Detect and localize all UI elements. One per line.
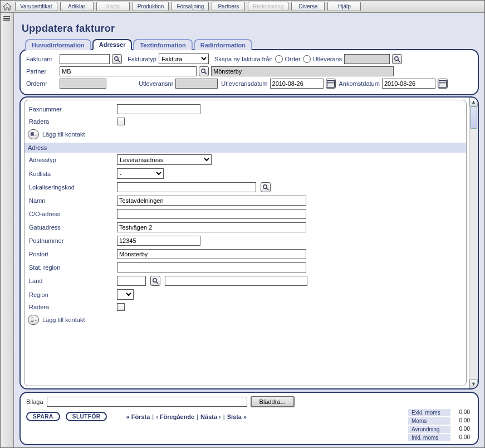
utleveransdatum-calendar-icon[interactable] [326, 79, 336, 89]
postort-input[interactable] [117, 249, 306, 259]
co-input[interactable] [117, 209, 306, 219]
finish-button[interactable]: SLUTFÖR [66, 412, 107, 421]
ordernr-input [60, 79, 106, 89]
svg-line-1 [118, 60, 120, 62]
stat-input[interactable] [117, 262, 306, 272]
land-name-input[interactable] [165, 276, 307, 286]
vertical-scrollbar[interactable]: ▲ ▼ [469, 98, 478, 388]
land-lookup-icon[interactable] [150, 276, 160, 286]
body-panel: Faxnummer Radera ≣₊ Lägg till kontakt Ad… [19, 96, 479, 389]
utleveransdatum-input[interactable] [270, 79, 324, 89]
order-label: Order [285, 56, 301, 62]
postnr-input[interactable] [117, 236, 200, 246]
fakturanr-label: Fakturanr [26, 56, 57, 62]
radera-checkbox-1[interactable] [117, 118, 125, 125]
fakturanr-lookup-icon[interactable] [112, 54, 122, 64]
adress-section-header: Adress [25, 143, 466, 153]
menu-diverse[interactable]: Diverse [291, 2, 325, 11]
lokaliseringskod-lookup-icon[interactable] [261, 182, 271, 192]
save-button[interactable]: SPARA [26, 412, 60, 421]
menu-försäljning[interactable]: Försäljning [172, 2, 209, 11]
nav-prev[interactable]: ‹ Föregående [156, 413, 194, 420]
region-select[interactable] [117, 289, 134, 300]
scroll-track[interactable] [469, 106, 478, 379]
scroll-up-arrow-icon[interactable]: ▲ [469, 98, 478, 106]
svg-point-2 [395, 56, 398, 60]
nav-next[interactable]: Nästa › [200, 413, 221, 420]
radera-checkbox-2[interactable] [117, 303, 125, 311]
bilaga-input[interactable] [47, 397, 247, 407]
utleverans-input [344, 54, 390, 64]
svg-rect-6 [327, 81, 334, 87]
total-value: 0.00 [453, 434, 471, 442]
fakturatyp-select[interactable]: Faktura [159, 53, 209, 64]
partner-lookup-icon[interactable] [199, 66, 209, 76]
nav-last[interactable]: Sista » [227, 413, 247, 420]
menu-toggle-icon[interactable] [3, 16, 11, 23]
ordernr-label: Ordernr [26, 80, 57, 87]
tab-adresser[interactable]: Adresser [92, 39, 133, 50]
nav-first[interactable]: « Första [126, 413, 150, 420]
namn-label: Namn [29, 197, 112, 204]
order-radio[interactable] [275, 55, 283, 63]
radera-label-1: Radera [29, 118, 112, 125]
partner-code-input[interactable] [60, 66, 197, 76]
utleverans-radio[interactable] [303, 55, 311, 63]
add-contact-button-1[interactable]: ≣₊ [28, 129, 39, 139]
gatu-input[interactable] [117, 222, 306, 232]
lokaliseringskod-input[interactable] [117, 182, 256, 192]
add-contact-button-2[interactable]: ≣₊ [28, 315, 39, 325]
kodlista-select[interactable]: - [117, 168, 164, 179]
main-menu: VarucertifikatArtiklarInköpProduktionFör… [15, 2, 361, 11]
utleveransnr-input [175, 79, 218, 89]
faxnummer-label: Faxnummer [29, 106, 112, 113]
lokaliseringskod-label: Lokaliseringskod [29, 184, 112, 191]
postort-label: Postort [29, 251, 112, 257]
total-value: 0.00 [453, 425, 471, 434]
menu-partners[interactable]: Partners [212, 2, 245, 11]
browse-button[interactable]: Bläddra... [251, 396, 295, 407]
total-label: Moms [408, 417, 451, 425]
namn-input[interactable] [117, 196, 306, 206]
adresstyp-select[interactable]: Leveransadress [117, 154, 212, 165]
totals-block: Exkl. moms0.00Moms0.00Avrundning0.00Inkl… [408, 408, 471, 442]
stat-label: Stat, region [29, 264, 112, 271]
faxnummer-input[interactable] [117, 104, 200, 114]
svg-point-14 [263, 185, 267, 188]
menu-produktion[interactable]: Produktion [133, 2, 169, 11]
content: Uppdatera fakturor HuvudinformationAdres… [14, 13, 484, 447]
kodlista-label: Kodlista [29, 171, 112, 177]
ankomstdatum-calendar-icon[interactable] [438, 79, 448, 89]
land-code-input[interactable] [117, 276, 146, 286]
total-value: 0.00 [453, 408, 471, 417]
footer-panel: Bilaga Bläddra... SPARA SLUTFÖR « Första… [19, 392, 479, 445]
svg-point-16 [153, 279, 156, 282]
tab-huvudinformation[interactable]: Huvudinformation [25, 39, 91, 50]
utleveransnr-label: Utleveransnr [139, 80, 173, 87]
tabs: HuvudinformationAdresserTextinformationR… [25, 38, 479, 50]
adresstyp-label: Adresstyp [29, 157, 112, 163]
tab-textinformation[interactable]: Textinformation [133, 39, 192, 50]
land-label: Land [29, 277, 112, 284]
partner-label: Partner [26, 68, 57, 75]
scroll-thumb[interactable] [470, 106, 477, 129]
app-window: VarucertifikatArtiklarInköpProduktionFör… [0, 0, 485, 448]
utleverans-lookup-icon[interactable] [392, 54, 402, 64]
ankomstdatum-input[interactable] [382, 79, 435, 89]
header-panel: Fakturanr Fakturatyp Faktura Skapa ny fa… [19, 49, 479, 95]
fakturanr-input[interactable] [60, 54, 110, 64]
home-icon[interactable] [3, 3, 12, 11]
utleverans-label: Utleverans [313, 56, 342, 62]
menu-varucertifikat[interactable]: Varucertifikat [15, 2, 57, 11]
scroll-down-arrow-icon[interactable]: ▼ [469, 379, 478, 388]
skapa-label: Skapa ny faktura från [214, 56, 273, 62]
menu-artiklar[interactable]: Artiklar [60, 2, 94, 11]
ankomstdatum-label: Ankomstdatum [339, 80, 380, 87]
co-label: C/O-adress [29, 211, 112, 217]
tab-radinformation[interactable]: Radinformation [194, 39, 252, 50]
menu-inköp: Inköp [96, 2, 130, 11]
total-value: 0.00 [453, 417, 471, 425]
add-contact-label-1: Lägg till kontakt [42, 131, 85, 138]
total-label: Exkl. moms [408, 408, 451, 417]
menu-hjälp[interactable]: Hjälp [327, 2, 361, 11]
